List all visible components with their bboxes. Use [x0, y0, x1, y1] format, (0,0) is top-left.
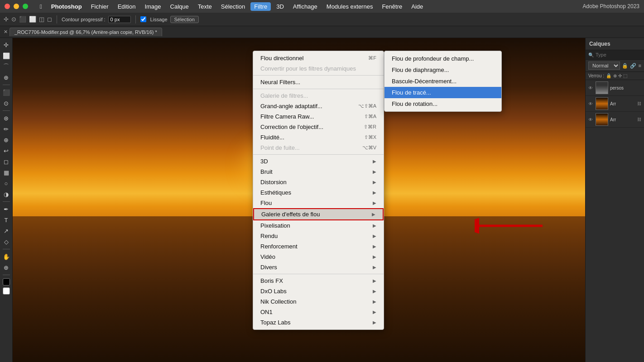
options-icon5: ◻: [47, 16, 52, 23]
menu-bruit[interactable]: Bruit ▶: [253, 167, 384, 177]
pen-tool[interactable]: ✒: [1, 204, 11, 214]
menu-video[interactable]: Vidéo ▶: [253, 252, 384, 262]
eye-icon[interactable]: 👁: [588, 101, 594, 106]
clone-tool[interactable]: ⊕: [1, 135, 11, 145]
menu-dxo[interactable]: DxO Labs ▶: [253, 286, 384, 296]
menu-label: ON1: [260, 309, 273, 315]
eye-icon[interactable]: 👁: [588, 117, 594, 122]
menu-neural[interactable]: Neural Filters...: [253, 77, 384, 87]
contour-input[interactable]: [108, 16, 131, 23]
menu-label: Galerie de filtres...: [260, 92, 308, 99]
path-select-tool[interactable]: ↗: [1, 226, 11, 236]
options-icon4: ◫: [39, 16, 44, 23]
menu-galerie-flou[interactable]: Galerie d'effets de flou ▶: [253, 208, 384, 220]
layer-item-arr1[interactable]: 👁 Arr ⛓: [586, 96, 644, 112]
minimize-button[interactable]: [14, 4, 19, 9]
brush-tool[interactable]: ✏: [1, 124, 11, 134]
menu-edition[interactable]: Edition: [114, 2, 139, 11]
tab-close-icon[interactable]: ✕: [4, 29, 8, 35]
menu-calque[interactable]: Calque: [167, 2, 192, 11]
blend-mode-select[interactable]: Normal Multiplier Screen: [588, 62, 620, 70]
layer-name: Arr: [610, 117, 616, 122]
history-brush-tool[interactable]: ↩: [1, 146, 11, 156]
lissage-checkbox[interactable]: [140, 16, 146, 22]
panel-title: Calques: [589, 41, 610, 47]
menu-label: Esthétiques: [260, 189, 291, 196]
type-tool[interactable]: T: [1, 215, 11, 225]
menu-aide[interactable]: Aide: [408, 2, 427, 11]
menu-convertir: Convertir pour les filtres dynamiques: [253, 63, 384, 74]
eraser-tool[interactable]: ◻: [1, 157, 11, 167]
layer-item-arr2[interactable]: 👁 Arr ⛓: [586, 112, 644, 128]
blur-tool[interactable]: ○: [1, 178, 11, 188]
menu-flou-sub[interactable]: Flou ▶: [253, 198, 384, 208]
menu-image[interactable]: Image: [141, 2, 164, 11]
menu-fichier[interactable]: Fichier: [87, 2, 112, 11]
arrow-icon: ▶: [373, 310, 376, 314]
menu-divers[interactable]: Divers ▶: [253, 262, 384, 272]
menu-grand-angle[interactable]: Grand-angle adaptatif... ⌥⇧⌘A: [253, 101, 384, 111]
menu-filtre[interactable]: Filtre: [250, 2, 271, 11]
menu-3d[interactable]: 3D: [273, 2, 288, 11]
arrow-icon: ▶: [373, 244, 376, 249]
layer-item-persos[interactable]: 👁 persos: [586, 80, 644, 96]
submenu-flou-trace[interactable]: Flou de tracé...: [384, 87, 501, 98]
dodge-tool[interactable]: ◑: [1, 189, 11, 199]
menu-on1[interactable]: ON1 ▶: [253, 307, 384, 317]
background-color[interactable]: [3, 287, 10, 295]
menu-esthetiques[interactable]: Esthétiques ▶: [253, 187, 384, 198]
selection-button[interactable]: Sélection: [170, 16, 199, 23]
menu-modules[interactable]: Modules externes: [323, 2, 377, 11]
maximize-button[interactable]: [23, 4, 28, 9]
menu-fenetre[interactable]: Fenêtre: [378, 2, 406, 11]
left-toolbar: ✢ ⬜ ⌒ ⊕ ⬛ ⊙ ⊛ ✏ ⊕ ↩ ◻ ▦ ○ ◑ ✒ T ↗ ◇ ✋ ⊕: [0, 38, 13, 362]
layer-search-input[interactable]: [596, 52, 644, 57]
menu-selection[interactable]: Sélection: [217, 2, 249, 11]
menu-fluidite[interactable]: Fluidité... ⇧⌘X: [253, 132, 384, 143]
marquee-tool[interactable]: ⬜: [1, 51, 11, 61]
submenu-flou-profondeur[interactable]: Flou de profondeur de champ...: [384, 53, 501, 64]
gradient-tool[interactable]: ▦: [1, 167, 11, 177]
foreground-color[interactable]: [3, 278, 10, 286]
menu-nik[interactable]: Nik Collection ▶: [253, 296, 384, 307]
menu-camera-raw[interactable]: Filtre Camera Raw... ⇧⌘A: [253, 111, 384, 122]
menu-label: Rendu: [260, 233, 278, 239]
menu-affichage[interactable]: Affichage: [289, 2, 321, 11]
apple-menu[interactable]: : [36, 2, 46, 11]
menu-renforcement[interactable]: Renforcement ▶: [253, 241, 384, 252]
crop-tool[interactable]: ⬛: [1, 87, 11, 97]
menu-boris[interactable]: Boris FX ▶: [253, 276, 384, 286]
document-tab[interactable]: _ROC7706-Modifier.psd @ 66,7% (Arrière-p…: [10, 28, 162, 36]
submenu-bascule[interactable]: Bascule-Décentrement...: [384, 76, 501, 87]
eye-icon[interactable]: 👁: [588, 86, 594, 90]
menu-pixelisation[interactable]: Pixelisation ▶: [253, 220, 384, 231]
arrow-icon: ▶: [373, 278, 376, 283]
menu-correction[interactable]: Correction de l'objectif... ⇧⌘R: [253, 122, 384, 132]
divider2: [253, 89, 384, 89]
search-icon: 🔍: [588, 52, 594, 57]
lasso-tool[interactable]: ⌒: [1, 62, 11, 71]
hand-tool[interactable]: ✋: [1, 252, 11, 262]
shortcut: ⇧⌘X: [364, 134, 376, 140]
eyedropper-tool[interactable]: ⊙: [1, 98, 11, 108]
close-button[interactable]: [5, 4, 10, 9]
submenu-flou-diaphragme[interactable]: Flou de diaphragme...: [384, 64, 501, 76]
menu-flou-directionnel[interactable]: Flou directionnel ⌘F: [253, 53, 384, 63]
menu-distorsion[interactable]: Distorsion ▶: [253, 177, 384, 187]
submenu-flou-rotation[interactable]: Flou de rotation...: [384, 98, 501, 110]
menu-label: Renforcement: [260, 243, 298, 250]
menu-topaz[interactable]: Topaz Labs ▶: [253, 317, 384, 328]
layer-thumbnail: [596, 97, 608, 110]
menu-3d-sub[interactable]: 3D ▶: [253, 156, 384, 167]
zoom-tool[interactable]: ⊕: [1, 262, 11, 272]
menu-photoshop[interactable]: Photoshop: [48, 2, 86, 11]
move-tool[interactable]: ✢: [1, 40, 11, 50]
heal-tool[interactable]: ⊛: [1, 113, 11, 123]
menu-rendu[interactable]: Rendu ▶: [253, 231, 384, 241]
menu-texte[interactable]: Texte: [194, 2, 216, 11]
menubar:  Photoshop Fichier Edition Image Calque…: [36, 2, 579, 11]
arrow-icon: ▶: [372, 212, 375, 217]
magic-wand-tool[interactable]: ⊕: [1, 72, 11, 82]
shape-tool[interactable]: ◇: [1, 237, 11, 247]
contour-label: Contour progressif :: [62, 17, 106, 22]
